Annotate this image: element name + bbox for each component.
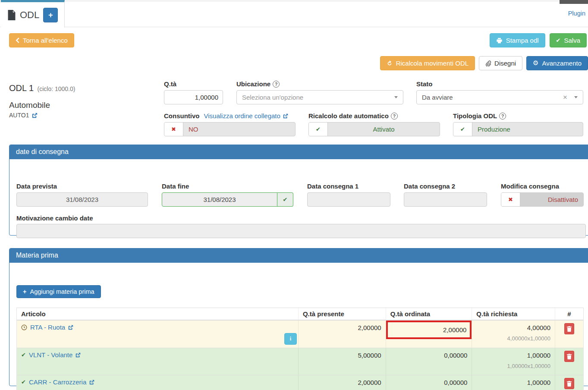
table-row: ✔ CARR - Carrozzeria 2,00000 0,00000 1,0…: [17, 375, 583, 390]
chevron-down-icon: [574, 96, 578, 98]
check-icon: ✔: [283, 197, 288, 202]
qty-input[interactable]: [164, 90, 223, 104]
recalc-movements-label: Ricalcola movimenti ODL: [396, 60, 469, 67]
page-title: ODL 1: [9, 83, 34, 93]
end-date-input[interactable]: [162, 192, 277, 207]
check-icon: ✔: [21, 379, 26, 385]
col-qty-present: Q.tà presente: [298, 308, 386, 320]
delete-button[interactable]: [564, 378, 574, 389]
product-code: AUTO1: [9, 112, 29, 119]
back-button-label: Torna all'elenco: [23, 37, 68, 44]
qty-label: Q.tà: [164, 80, 176, 88]
delivery-date-2-input[interactable]: [404, 192, 487, 207]
progress-label: Avanzamento: [542, 60, 582, 67]
clear-icon[interactable]: ×: [563, 94, 567, 101]
expected-date-label: Data prevista: [16, 182, 57, 190]
help-icon: ?: [391, 113, 398, 120]
trash-icon: [567, 326, 572, 332]
delete-button[interactable]: [564, 323, 574, 334]
qty-ordered-value: 0,00000: [386, 375, 472, 390]
product-external-link-icon[interactable]: [31, 112, 38, 119]
end-date-confirm-button[interactable]: ✔: [277, 192, 293, 207]
tab-odl[interactable]: ODL +: [1, 0, 65, 28]
check-icon: ✔: [21, 352, 26, 358]
qty-ordered-value: 0,00000: [386, 348, 472, 375]
plugin-link[interactable]: Plugin: [568, 10, 585, 17]
change-reason-input[interactable]: [16, 224, 586, 238]
info-button[interactable]: i: [284, 333, 297, 345]
table-row: RTA - Ruota i 2,00000 2,00000 4,00000: [17, 321, 583, 348]
article-link[interactable]: CARR - Carrozzeria: [29, 378, 95, 386]
paperclip-icon: [485, 60, 491, 66]
help-icon: ?: [273, 81, 280, 88]
product-name: Automobile: [9, 101, 75, 110]
auto-date-recalc-value: Attivato: [328, 123, 440, 136]
qty-required-value: 1,00000: [476, 379, 550, 386]
clock-icon: [21, 324, 27, 330]
article-link[interactable]: RTA - Ruota: [30, 324, 74, 331]
back-button[interactable]: Torna all'elenco: [9, 33, 74, 47]
save-button[interactable]: ✔ Salva: [550, 33, 587, 47]
end-date-group: ✔: [162, 192, 293, 207]
top-strip: [0, 0, 588, 2]
expected-date-input[interactable]: [16, 192, 148, 207]
toolbar-secondary: Ricalcola movimenti ODL Disegni ⚙ Avanza…: [380, 56, 588, 70]
trash-icon: [567, 354, 572, 359]
qty-present-value: 5,00000: [298, 348, 386, 375]
new-tab-button[interactable]: +: [43, 8, 58, 22]
linked-order-link[interactable]: Visualizza ordine collegato: [204, 112, 289, 120]
printer-icon: [496, 38, 503, 44]
highlighted-qty-ordered: 2,00000: [386, 321, 472, 339]
delete-button[interactable]: [564, 351, 574, 362]
qty-present-value: 2,00000: [298, 375, 386, 390]
progress-button[interactable]: ⚙ Avanzamento: [526, 56, 588, 70]
change-delivery-toggle[interactable]: ✖ Disattivato: [501, 192, 584, 207]
col-article: Articolo: [17, 308, 298, 320]
status-select[interactable]: Da avviare ×: [416, 90, 583, 104]
delivery-date-1-input[interactable]: [307, 192, 390, 207]
drawings-button[interactable]: Disegni: [479, 56, 522, 70]
print-odl-label: Stampa odl: [506, 37, 539, 44]
location-placeholder: Seleziona un'opzione: [242, 94, 394, 101]
gear-icon: ⚙: [533, 60, 538, 66]
plus-icon: +: [23, 288, 26, 295]
scrollbar-thumb[interactable]: [560, 0, 588, 4]
col-qty-ordered: Q.tà ordinata: [386, 308, 472, 320]
status-label: Stato: [416, 80, 433, 88]
help-icon: ?: [499, 113, 506, 120]
delivery-dates-panel-title: date di consegna: [9, 145, 588, 159]
qty-required-detail: 1,00000x1,00000: [476, 363, 550, 369]
print-odl-button[interactable]: Stampa odl: [490, 33, 545, 47]
save-label: Salva: [564, 37, 580, 44]
change-reason-label: Motivazione cambio date: [16, 214, 93, 222]
article-link[interactable]: VLNT - Volante: [29, 351, 81, 359]
drawings-label: Disegni: [494, 60, 516, 67]
change-delivery-label: Modifica consegna: [501, 182, 559, 190]
add-raw-material-button[interactable]: + Aggiungi materia prima: [16, 285, 101, 298]
raw-materials-panel: Materia prima + Aggiungi materia prima A…: [9, 248, 588, 386]
auto-date-recalc-toggle[interactable]: ✔ Attivato: [308, 122, 440, 136]
consuntivo-value: NO: [183, 123, 295, 136]
table-row: ✔ VLNT - Volante 5,00000 0,00000 1,00000…: [17, 348, 583, 375]
table-header: Articolo Q.tà presente Q.tà ordinata Q.t…: [17, 308, 583, 321]
delivery-dates-panel: date di consegna Data prevista Data fine…: [9, 145, 588, 236]
add-raw-material-label: Aggiungi materia prima: [30, 288, 94, 295]
odl-type-toggle[interactable]: ✔ Produzione: [453, 122, 583, 136]
x-icon: ✖: [508, 197, 513, 202]
qty-required-value: 4,00000: [476, 324, 550, 331]
change-delivery-value: Disattivato: [520, 193, 583, 206]
consuntivo-label: Consuntivo Visualizza ordine collegato: [164, 112, 289, 120]
odl-type-value: Produzione: [472, 123, 583, 136]
consuntivo-toggle[interactable]: ✖ NO: [164, 122, 296, 136]
odl-info: ODL 1 (ciclo: 1000.0) Automobile AUTO1: [9, 83, 75, 119]
check-icon: ✔: [316, 126, 321, 132]
toolbar-right: Stampa odl ✔ Salva: [490, 33, 587, 47]
delivery-date-1-label: Data consegna 1: [307, 182, 358, 190]
raw-materials-panel-title: Materia prima: [9, 248, 588, 263]
cycle-label: (ciclo: 1000.0): [38, 85, 75, 92]
check-icon: ✔: [460, 126, 465, 132]
recalc-movements-button[interactable]: Ricalcola movimenti ODL: [380, 56, 475, 70]
chevron-down-icon: [394, 96, 398, 98]
qty-required-value: 1,00000: [476, 352, 550, 359]
location-select[interactable]: Seleziona un'opzione: [236, 90, 403, 104]
